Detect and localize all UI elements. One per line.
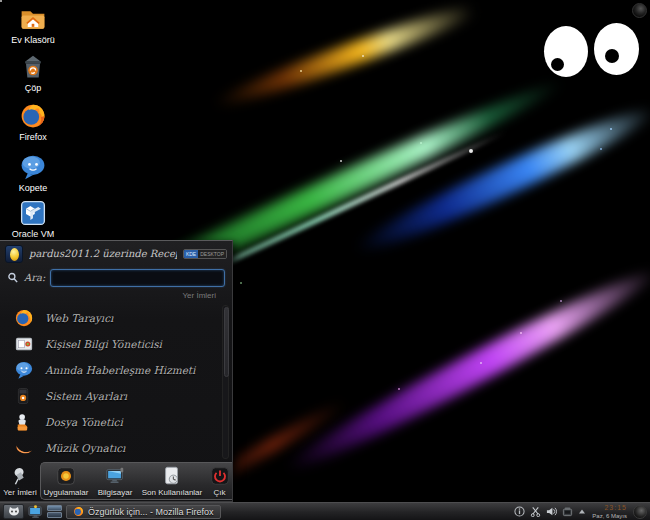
pushpin-icon: [9, 465, 31, 487]
desktop: Ev Klasörü Çöp Firefox: [0, 0, 650, 520]
view-header: Yer İmleri: [0, 291, 232, 305]
kickoff-tabbar: Yer İmleri Uygulamalar: [0, 461, 232, 501]
eyes-widget[interactable]: [542, 22, 642, 78]
left-eye: [544, 26, 588, 77]
pardus-cat-icon: [7, 506, 21, 518]
system-settings-icon: [14, 386, 34, 406]
menu-item-system-settings[interactable]: Sistem Ayarları: [0, 383, 232, 409]
kickoff-search-row: Ara:: [0, 264, 232, 291]
menu-item-web-browser[interactable]: Web Tarayıcı: [0, 305, 232, 331]
search-label: Ara:: [24, 272, 45, 283]
digital-clock[interactable]: 23:15 Paz, 6 Mayıs: [590, 504, 629, 520]
scrollbar-handle[interactable]: [224, 307, 229, 377]
desktop-pager[interactable]: [47, 505, 62, 518]
right-pupil: [605, 49, 619, 63]
menu-item-label: Sistem Ayarları: [45, 390, 127, 402]
search-icon: [7, 272, 19, 284]
recent-documents-icon: [161, 465, 183, 487]
trash-icon: [19, 53, 47, 81]
show-desktop-icon[interactable]: [28, 505, 43, 519]
virtualbox-icon: [19, 199, 47, 227]
desktop-toolbox-icon[interactable]: [632, 3, 647, 18]
panel-toolbox-icon[interactable]: [633, 505, 647, 519]
clock-date: Paz, 6 Mayıs: [592, 512, 627, 520]
menu-item-pim[interactable]: Kişisel Bilgi Yöneticisi: [0, 331, 232, 357]
menu-item-music-player[interactable]: Müzik Oynatıcı: [0, 435, 232, 461]
pager-desktop-2[interactable]: [47, 512, 62, 518]
desktop-icon-label: Çöp: [2, 83, 64, 93]
task-title: Özgürlük için... - Mozilla Firefox: [88, 507, 214, 517]
device-notifier-icon[interactable]: [562, 506, 573, 517]
launcher-button[interactable]: [3, 504, 24, 519]
menu-item-label: Anında Haberleşme Hizmeti: [45, 364, 195, 376]
notifications-icon[interactable]: [514, 506, 525, 517]
desktop-icon-kopete[interactable]: Kopete: [2, 153, 64, 193]
menu-scrollbar[interactable]: [222, 305, 229, 459]
firefox-icon: [73, 506, 84, 517]
kickoff-menu: pardus2011.2 üzerinde Recep_Barış (re KD…: [0, 240, 233, 502]
firefox-icon: [19, 102, 47, 130]
tab-applications[interactable]: Uygulamalar: [40, 462, 92, 500]
desktop-icon-firefox[interactable]: Firefox: [2, 102, 64, 142]
wallpaper-streak-yellow: [210, 0, 499, 115]
kickoff-user-host-title: pardus2011.2 üzerinde Recep_Barış (re: [29, 248, 177, 259]
computer-icon: [104, 465, 126, 487]
kontact-icon: [14, 334, 34, 354]
kopete-icon: [14, 360, 34, 380]
tab-bookmarks[interactable]: Yer İmleri: [0, 462, 40, 500]
home-folder-icon: [19, 5, 47, 33]
volume-icon[interactable]: [546, 506, 557, 517]
applications-icon: [55, 465, 77, 487]
system-tray: [514, 506, 586, 517]
right-eye: [594, 23, 639, 75]
tab-computer[interactable]: Bilgisayar: [92, 462, 138, 500]
wallpaper-streak-magenta: [280, 258, 650, 482]
menu-item-label: Müzik Oynatıcı: [45, 442, 125, 454]
desktop-icon-label: Ev Klasörü: [2, 35, 64, 45]
file-manager-icon: [14, 412, 34, 432]
desktop-icon-label: Kopete: [2, 183, 64, 193]
clock-time: 23:15: [592, 504, 627, 512]
wallpaper-sparkles: [0, 0, 2, 2]
left-pupil: [551, 58, 564, 71]
favorites-list: Web Tarayıcı Kişisel Bilgi Yöneticisi: [0, 305, 232, 461]
kickoff-header: pardus2011.2 üzerinde Recep_Barış (re KD…: [0, 241, 232, 264]
menu-item-instant-messaging[interactable]: Anında Haberleşme Hizmeti: [0, 357, 232, 383]
menu-item-label: Kişisel Bilgi Yöneticisi: [45, 338, 162, 350]
desktop-icon-label: Firefox: [2, 132, 64, 142]
menu-item-label: Dosya Yönetici: [45, 416, 123, 428]
task-firefox[interactable]: Özgürlük için... - Mozilla Firefox: [66, 505, 221, 519]
search-input[interactable]: [50, 269, 225, 287]
power-icon: [209, 465, 231, 487]
desktop-icon-home[interactable]: Ev Klasörü: [2, 5, 64, 45]
menu-item-file-manager[interactable]: Dosya Yönetici: [0, 409, 232, 435]
tray-expander-icon[interactable]: [578, 506, 586, 517]
kopete-icon: [19, 153, 47, 181]
pardus-logo-icon: [5, 245, 23, 263]
firefox-icon: [14, 308, 34, 328]
menu-item-label: Web Tarayıcı: [45, 312, 113, 324]
kde-badge: KDE DESKTOP: [183, 249, 227, 259]
music-player-icon: [14, 438, 34, 458]
taskbar: Özgürlük için... - Mozilla Firefox: [0, 502, 650, 520]
tab-leave[interactable]: Çık: [206, 462, 233, 500]
wallpaper-streak-blue: [349, 97, 650, 264]
desktop-icon-trash[interactable]: Çöp: [2, 53, 64, 93]
pager-desktop-1[interactable]: [47, 505, 62, 511]
tab-recently-used[interactable]: Son Kullanılanlar: [138, 462, 206, 500]
klipper-scissors-icon[interactable]: [530, 506, 541, 517]
